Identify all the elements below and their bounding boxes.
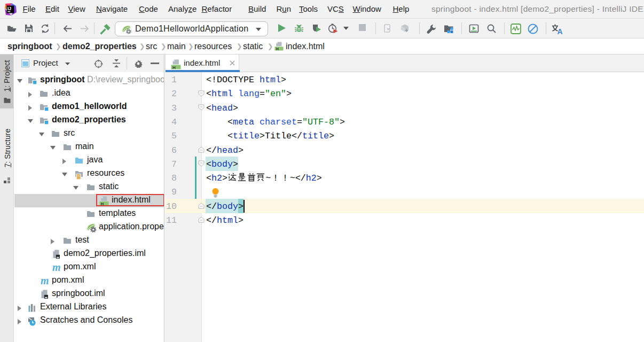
svg-text:H: H: [276, 47, 279, 51]
svg-text:H: H: [172, 65, 176, 69]
svg-text:A: A: [557, 27, 563, 35]
svg-text:m: m: [52, 263, 61, 273]
svg-text:m: m: [41, 276, 49, 286]
svg-text:IJ: IJ: [7, 6, 11, 11]
